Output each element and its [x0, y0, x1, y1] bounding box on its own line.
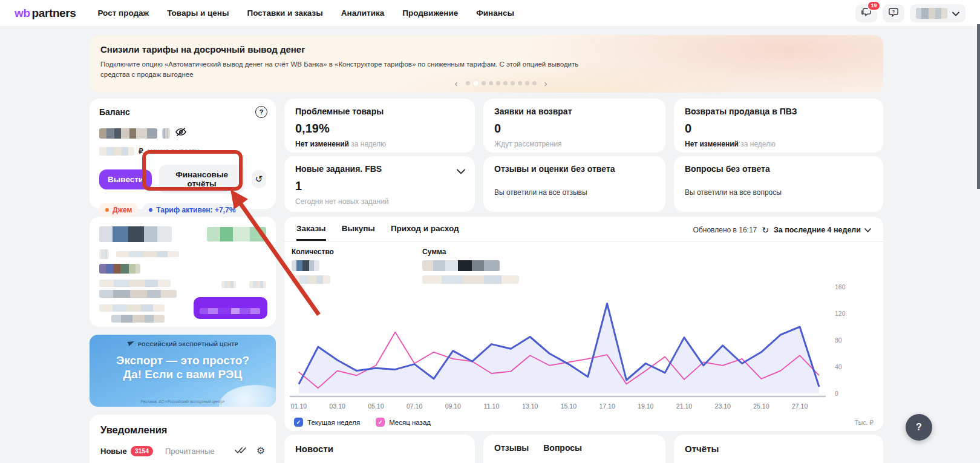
legend-current-week[interactable]: ✓ Текущая неделя — [294, 418, 360, 427]
chevron-down-icon — [952, 8, 959, 19]
carousel-dot[interactable] — [532, 81, 537, 85]
notifications-card: Уведомления Новые 3154 Прочитанные ⚙ — [90, 415, 276, 463]
blurred-text — [99, 249, 109, 259]
legend-label: Текущая неделя — [307, 419, 360, 426]
financial-reports-button[interactable]: Финансовые отчёты — [159, 165, 244, 194]
balance-card: Баланс ? ₽ можно вывести Вывести Финансо… — [90, 99, 276, 209]
hide-balance-icon[interactable] — [175, 126, 187, 140]
tariff-badge[interactable]: Тариф активен: +7,7% — [143, 203, 241, 217]
new-notifications-count-badge: 3154 — [131, 446, 153, 456]
chevron-down-icon — [864, 228, 871, 232]
blurred-text — [111, 315, 165, 323]
card-title: Заявки на возврат — [494, 107, 655, 116]
scrollbar-thumb[interactable] — [977, 24, 980, 189]
balance-title: Баланс — [99, 107, 266, 117]
svg-text:07.10: 07.10 — [407, 402, 422, 410]
svg-text:15.10: 15.10 — [561, 402, 577, 410]
legend-label: Месяц назад — [389, 419, 431, 426]
nav-analytics[interactable]: Аналитика — [341, 8, 384, 18]
rec-brand-row: РОССИЙСКИЙ ЭКСПОРТНЫЙ ЦЕНТР — [90, 341, 276, 347]
tab-questions[interactable]: Вопросы — [543, 443, 582, 453]
blurred-text — [221, 281, 236, 288]
chevron-down-icon[interactable] — [457, 166, 465, 177]
svg-text:160: 160 — [835, 283, 846, 291]
tab-orders[interactable]: Заказы — [296, 224, 326, 241]
messages-button[interactable]: 19 — [855, 4, 877, 22]
notifications-title: Уведомления — [100, 424, 265, 436]
legend-month-ago[interactable]: ✓ Месяц назад — [376, 418, 431, 427]
support-button[interactable]: ? — [883, 4, 904, 22]
card-subtext: Вы ответили на все отзывы — [494, 188, 655, 197]
news-card[interactable]: Новости — [284, 435, 475, 463]
refresh-icon[interactable]: ↻ — [762, 226, 769, 234]
tab-new-notifications[interactable]: Новые 3154 — [100, 446, 153, 456]
history-icon[interactable]: ↺ — [252, 170, 266, 188]
nav-goods-prices[interactable]: Товары и цены — [167, 8, 229, 18]
blurred-text — [99, 304, 165, 312]
jam-badge[interactable]: Джем — [99, 203, 138, 217]
notification-actions: ⚙ — [235, 445, 265, 456]
carousel-dot[interactable] — [503, 81, 508, 85]
tab-buyouts[interactable]: Выкупы — [342, 224, 375, 241]
carousel-dot[interactable] — [496, 81, 500, 85]
withdrawable-amount-blurred — [99, 147, 134, 156]
blurred-purple-button[interactable] — [194, 297, 267, 319]
orders-line-chart[interactable]: 04080120160 01.1003.1005.1007.1009.1011.… — [288, 275, 863, 415]
svg-text:?: ? — [892, 9, 895, 15]
messages-count-badge: 19 — [867, 1, 881, 11]
tab-income-expense[interactable]: Приход и расход — [391, 224, 459, 241]
svg-text:23.10: 23.10 — [715, 402, 731, 410]
rec-ad-banner[interactable]: РОССИЙСКИЙ ЭКСПОРТНЫЙ ЦЕНТР Экспорт — эт… — [90, 335, 276, 407]
tab-reviews[interactable]: Отзывы — [494, 443, 529, 453]
promo-banner[interactable]: Снизили тарифы на досрочный вывод денег … — [90, 35, 883, 93]
reviews-no-answer-card[interactable]: Отзывы и оценки без ответа Вы ответили н… — [483, 156, 665, 212]
svg-text:80: 80 — [835, 337, 842, 344]
reports-card[interactable]: Отчёты — [674, 435, 883, 463]
questions-no-answer-card[interactable]: Вопросы без ответа Вы ответили на все во… — [674, 156, 883, 212]
balance-help-icon[interactable]: ? — [255, 106, 267, 118]
problem-goods-card[interactable]: Проблемные товары 0,19% Нет изменений за… — [284, 99, 475, 153]
return-requests-card[interactable]: Заявки на возврат 0 Ждут рассмотрения — [483, 99, 665, 153]
carousel-dot[interactable] — [511, 81, 515, 85]
carousel-dot[interactable] — [489, 81, 493, 85]
carousel-dot[interactable] — [518, 81, 522, 85]
withdraw-button[interactable]: Вывести — [99, 169, 152, 189]
card-value: 0,19% — [295, 122, 464, 136]
tab-read-notifications[interactable]: Прочитанные — [165, 447, 215, 456]
carousel-prev-button[interactable]: ‹ — [455, 79, 458, 88]
dashboard-page: wbpartners Рост продаж Товары и цены Пос… — [0, 0, 980, 463]
period-selector[interactable]: За последние 4 недели — [774, 226, 871, 234]
nav-promotion[interactable]: Продвижение — [402, 8, 458, 18]
carousel-dot[interactable] — [466, 81, 470, 85]
nav-finance[interactable]: Финансы — [476, 8, 514, 18]
blurred-green-pill — [207, 227, 266, 241]
nav-sales-growth[interactable]: Рост продаж — [97, 8, 149, 18]
card-value: 0 — [494, 122, 655, 136]
gear-icon[interactable]: ⚙ — [256, 446, 265, 456]
svg-text:120: 120 — [835, 310, 846, 317]
carousel-dot[interactable] — [482, 81, 486, 85]
blurred-widget-card[interactable] — [90, 217, 276, 327]
checkbox-checked-icon: ✓ — [376, 418, 385, 427]
ruble-symbol: ₽ — [139, 147, 143, 156]
chart-unit-label: Тыс. ₽ — [855, 419, 874, 426]
mark-all-read-icon[interactable] — [235, 445, 247, 456]
checkbox-checked-icon: ✓ — [294, 418, 303, 427]
reports-title: Отчёты — [685, 444, 872, 454]
balance-amount-row — [99, 126, 266, 140]
carousel-next-button[interactable]: › — [544, 79, 547, 88]
card-title: Отзывы и оценки без ответа — [494, 164, 655, 174]
carousel-dot[interactable] — [525, 81, 529, 85]
carousel-dot[interactable] — [473, 80, 479, 86]
account-menu[interactable] — [910, 4, 965, 22]
help-bubble-icon: ? — [888, 7, 899, 19]
nav-supplies-orders[interactable]: Поставки и заказы — [247, 8, 323, 18]
help-fab-button[interactable]: ? — [906, 414, 932, 441]
new-fbs-tasks-card[interactable]: Новые задания. FBS 1 Сегодня нет новых з… — [284, 156, 475, 212]
orders-chart-card: Заказы Выкупы Приход и расход Обновлено … — [284, 217, 883, 431]
blurred-text — [99, 226, 172, 242]
blurred-text — [99, 290, 177, 298]
wb-partners-logo[interactable]: wbpartners — [15, 7, 76, 20]
seller-returns-pvz-card[interactable]: Возвраты продавца в ПВЗ 0 Нет изменений … — [674, 99, 883, 153]
card-title: Возвраты продавца в ПВЗ — [685, 107, 872, 116]
